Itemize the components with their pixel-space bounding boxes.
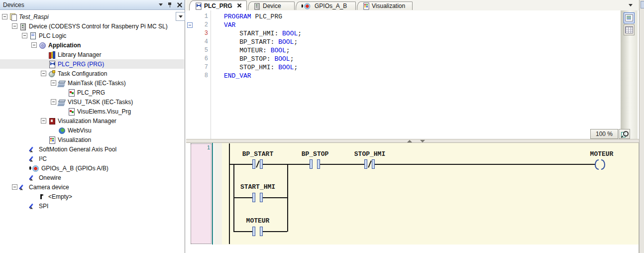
pane-splitter[interactable]	[186, 139, 639, 143]
nc-contact-bp-start[interactable]	[252, 159, 263, 169]
tab-overflow-button[interactable]	[626, 2, 635, 8]
right-edge-strip	[639, 0, 644, 253]
expander-icon[interactable]	[41, 71, 46, 76]
tree-item-plc-logic[interactable]: PLC Logic	[0, 31, 184, 40]
contact-label[interactable]: STOP_HMI	[340, 150, 400, 158]
tree-item-onewire[interactable]: Onewire	[0, 173, 184, 182]
code-line[interactable]: 3 START_HMI: BOOL;	[186, 29, 614, 38]
devices-panel-title: Devices	[3, 1, 24, 8]
device-tree: Test_Raspi Device (CODESYS Control for R…	[0, 10, 184, 253]
coil-label[interactable]: MOTEUR	[572, 150, 632, 158]
tree-item-webvisu[interactable]: WebVisu	[0, 126, 184, 135]
devices-panel-header: Devices	[0, 0, 185, 10]
network-gap	[214, 143, 222, 245]
zoom-level-button[interactable]: 100 %	[590, 129, 618, 139]
tree-item-library-manager[interactable]: Library Manager	[0, 50, 184, 59]
close-panel-icon[interactable]	[177, 2, 182, 7]
chevron-down-icon	[629, 4, 633, 6]
collapse-down-icon[interactable]	[420, 140, 425, 142]
tabular-view-button[interactable]	[624, 24, 635, 35]
tree-item-spi[interactable]: SPI	[0, 201, 184, 211]
tree-item-plc-prg-call[interactable]: PLC_PRG	[0, 88, 184, 97]
tree-item-gpios[interactable]: GPIOs_A_B (GPIOs A/B)	[0, 163, 184, 173]
editor-tab-bar: PLC_PRG Device GPIOs_A_B Visualization	[186, 0, 639, 11]
tabular-view-icon	[625, 26, 633, 33]
expander-icon[interactable]	[41, 118, 46, 124]
application-icon	[39, 42, 46, 49]
contact-bar-icon	[372, 159, 375, 169]
no-contact-moteur[interactable]	[252, 227, 263, 236]
coil-moteur[interactable]	[595, 159, 605, 170]
expander-icon[interactable]	[51, 99, 56, 105]
tree-item-visualization-manager[interactable]: Visualization Manager	[0, 116, 184, 126]
pin-icon[interactable]	[168, 2, 172, 7]
gpio-icon	[301, 2, 310, 9]
contact-bar-icon	[260, 227, 263, 236]
expander-icon[interactable]	[12, 23, 17, 29]
tab-visualization[interactable]: Visualization	[357, 1, 413, 10]
contact-label[interactable]: MOTEUR	[228, 217, 288, 225]
textual-view-icon	[625, 14, 633, 21]
contact-label[interactable]: BP_STOP	[285, 150, 345, 158]
declaration-editor[interactable]: 1 PROGRAM PLC_PRG 2 VAR 3 START_HMI: BOO…	[186, 10, 639, 139]
close-tab-icon[interactable]	[237, 3, 241, 8]
textual-view-button[interactable]	[624, 12, 635, 23]
expander-icon[interactable]	[2, 14, 7, 19]
code-lines: 1 PROGRAM PLC_PRG 2 VAR 3 START_HMI: BOO…	[186, 12, 614, 80]
tree-item-device[interactable]: Device (CODESYS Control for Raspberry Pi…	[0, 21, 184, 31]
panel-menu-chevron-icon[interactable]	[159, 3, 163, 6]
contact-label[interactable]: BP_START	[228, 150, 288, 158]
code-line[interactable]: 1 PROGRAM PLC_PRG	[186, 12, 614, 21]
code-line[interactable]: 7 STOP_HMI: BOOL;	[186, 63, 614, 72]
tree-item-i2c[interactable]: I²C	[0, 154, 184, 163]
no-contact-start-hmi[interactable]	[252, 193, 263, 202]
webvisu-icon	[58, 127, 65, 134]
tree-item-empty-slot[interactable]: <Empty>	[0, 192, 184, 201]
expander-icon[interactable]	[22, 33, 27, 38]
network-number: 1	[207, 144, 210, 150]
tab-gpios[interactable]: GPIOs_A_B	[296, 1, 356, 10]
module-icon	[19, 184, 26, 191]
expander-icon[interactable]	[51, 80, 56, 86]
contact-label[interactable]: START_HMI	[228, 183, 288, 191]
tree-item-softmotion[interactable]: SoftMotion General Axis Pool	[0, 144, 184, 154]
tree-item-application[interactable]: Application	[0, 40, 184, 50]
expander-icon[interactable]	[31, 42, 37, 48]
contact-bar-icon	[260, 159, 263, 169]
code-line[interactable]: 2 VAR	[186, 21, 614, 29]
code-line[interactable]: 4 BP_START: BOOL;	[186, 38, 614, 46]
rung-wire	[229, 164, 595, 165]
tab-label: GPIOs_A_B	[315, 2, 347, 9]
left-power-rail	[229, 143, 230, 244]
no-contact-bp-stop[interactable]	[310, 159, 320, 169]
tab-device[interactable]: Device	[248, 1, 295, 10]
tab-label: PLC_PRG	[204, 2, 232, 9]
tree-item-maintask[interactable]: MainTask (IEC-Tasks)	[0, 78, 184, 88]
task-icon	[58, 80, 65, 87]
gpio-icon	[29, 165, 39, 172]
expander-icon[interactable]	[12, 184, 17, 190]
tree-view-dropdown-button[interactable]	[176, 12, 185, 21]
coil-paren-icon	[595, 159, 599, 170]
code-line[interactable]: 5 MOTEUR: BOOL;	[186, 46, 614, 55]
tree-item-project[interactable]: Test_Raspi	[0, 12, 184, 21]
nc-contact-stop-hmi[interactable]	[364, 159, 375, 169]
tree-item-visualization[interactable]: Visualization	[0, 135, 184, 144]
program-call-icon	[68, 108, 75, 115]
module-icon	[29, 155, 36, 162]
module-icon	[29, 174, 36, 181]
ladder-editor[interactable]: 1 BP_START BP_STOP STOP_HMI START_HMI MO…	[186, 143, 639, 253]
visualization-icon	[362, 2, 369, 9]
tab-plc-prg[interactable]: PLC_PRG	[189, 0, 247, 10]
tree-item-visuelems-call[interactable]: VisuElems.Visu_Prg	[0, 107, 184, 116]
network-canvas[interactable]	[222, 143, 639, 245]
code-line[interactable]: 8 END_VAR	[186, 72, 614, 80]
collapse-up-icon[interactable]	[407, 140, 412, 142]
network-margin[interactable]: 1	[191, 143, 212, 244]
zoom-magnifier-button[interactable]	[619, 129, 630, 139]
tree-item-task-configuration[interactable]: Task Configuration	[0, 69, 184, 78]
tree-item-plc-prg[interactable]: PLC_PRG (PRG)	[0, 59, 184, 69]
tree-item-visu-task[interactable]: VISU_TASK (IEC-Tasks)	[0, 97, 184, 107]
tree-item-camera-device[interactable]: Camera device	[0, 182, 184, 192]
code-line[interactable]: 6 BP_STOP: BOOL;	[186, 55, 614, 63]
